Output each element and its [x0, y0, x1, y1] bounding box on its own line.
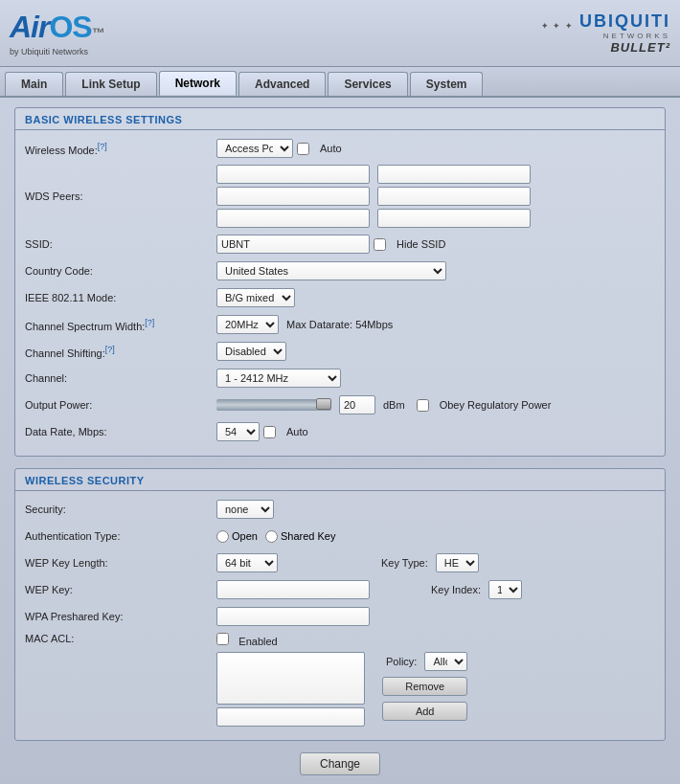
power-slider-thumb[interactable]	[316, 398, 331, 410]
data-rate-row: Data Rate, Mbps: 54 48 36 24 Auto	[25, 421, 655, 442]
key-type-label: Key Type:	[381, 557, 428, 569]
auth-shared-label: Shared Key	[281, 530, 335, 542]
auth-type-label: Authentication Type:	[25, 530, 216, 542]
ssid-label: SSID:	[25, 238, 216, 250]
wireless-mode-select[interactable]: Access Point WDS Access Point Station WD…	[216, 139, 293, 158]
tab-network[interactable]: Network	[159, 71, 237, 96]
ubiquiti-byline: by Ubiquiti Networks	[10, 47, 104, 56]
security-row: Security: none WEP WPA WPA2	[25, 499, 655, 520]
auth-open-label: Open	[232, 530, 258, 542]
wep-key-length-label: WEP Key Length:	[25, 557, 216, 569]
output-power-input[interactable]	[339, 395, 375, 414]
wpa-key-label: WPA Preshared Key:	[25, 611, 216, 622]
mac-acl-enabled-checkbox[interactable]	[216, 633, 229, 645]
power-slider-track[interactable]	[216, 399, 331, 411]
auto-rate-label: Auto	[286, 426, 308, 437]
key-index-select[interactable]: 1 2 3 4	[488, 580, 522, 599]
ssid-row: SSID: Hide SSID	[25, 234, 655, 255]
auth-shared-radio[interactable]	[265, 530, 278, 543]
wds-peer-6[interactable]	[377, 209, 531, 228]
channel-row: Channel: 1 - 2412 MHz 2 - 2417 MHz 6 - 2…	[25, 368, 655, 389]
dbm-label: dBm	[383, 399, 405, 411]
country-code-label: Country Code:	[25, 265, 216, 277]
mac-acl-enabled-label: Enabled	[238, 636, 277, 647]
auto-checkbox[interactable]	[297, 143, 309, 155]
wds-peer-5[interactable]	[377, 187, 531, 206]
remove-button[interactable]: Remove	[382, 677, 467, 696]
page-header: AirOS™ by Ubiquiti Networks ✦ ✦ ✦ UBiQUi…	[0, 0, 680, 67]
hide-ssid-label: Hide SSID	[397, 238, 445, 250]
obey-power-checkbox[interactable]	[417, 399, 429, 412]
auth-open-radio[interactable]	[216, 530, 229, 543]
wds-peer-4[interactable]	[377, 165, 531, 184]
tab-system[interactable]: System	[410, 72, 484, 96]
key-index-label: Key Index:	[431, 584, 481, 595]
basic-wireless-section: BASIC WIRELESS SETTINGS Wireless Mode:[?…	[14, 107, 666, 457]
data-rate-label: Data Rate, Mbps:	[25, 426, 216, 437]
country-code-row: Country Code: United States Canada Unite…	[25, 260, 655, 281]
logo-right: ✦ ✦ ✦ UBiQUiTi NETWORKS BULLET²	[541, 11, 670, 55]
data-rate-select[interactable]: 54 48 36 24	[216, 422, 260, 441]
max-datarate-label: Max Datarate: 54Mbps	[286, 319, 393, 330]
wpa-key-input[interactable]	[216, 607, 370, 626]
channel-shifting-row: Channel Shifting:[?] Disabled Enabled	[25, 341, 655, 362]
wireless-mode-row: Wireless Mode:[?] Access Point WDS Acces…	[25, 138, 655, 159]
country-select[interactable]: United States Canada United Kingdom	[216, 261, 446, 280]
wireless-mode-label: Wireless Mode:[?]	[25, 142, 216, 156]
auto-rate-checkbox[interactable]	[263, 426, 276, 438]
auth-type-row: Authentication Type: Open Shared Key	[25, 526, 655, 547]
mac-acl-row: MAC ACL: Enabled	[25, 633, 655, 727]
auth-options: Open Shared Key	[216, 530, 335, 543]
airos-logo: AirOS™	[10, 10, 104, 45]
key-type-select[interactable]: HEX ASCII	[436, 553, 479, 572]
security-select[interactable]: none WEP WPA WPA2	[216, 500, 274, 519]
tab-advanced[interactable]: Advanced	[238, 72, 326, 96]
wds-peers-row: WDS Peers:	[25, 165, 655, 228]
ieee-mode-row: IEEE 802.11 Mode: B/G mixed B only G onl…	[25, 287, 655, 308]
ubiquiti-logo: UBiQUiTi	[579, 11, 670, 32]
navigation-bar: Main Link Setup Network Advanced Service…	[0, 67, 680, 98]
main-content: BASIC WIRELESS SETTINGS Wireless Mode:[?…	[0, 98, 680, 784]
bullet-logo: BULLET²	[610, 40, 670, 55]
wep-key-length-select[interactable]: 64 bit 128 bit	[216, 553, 278, 572]
channel-shifting-label: Channel Shifting:[?]	[25, 345, 216, 359]
obey-power-label: Obey Regulatory Power	[440, 399, 552, 411]
tab-main[interactable]: Main	[5, 72, 63, 96]
wep-key-label: WEP Key:	[25, 584, 216, 595]
mac-acl-input[interactable]	[216, 707, 365, 727]
wds-peer-3[interactable]	[216, 209, 370, 228]
channel-select[interactable]: 1 - 2412 MHz 2 - 2417 MHz 6 - 2437 MHz 1…	[216, 369, 341, 388]
wds-peers-label: WDS Peers:	[25, 190, 216, 202]
wep-key-length-row: WEP Key Length: 64 bit 128 bit Key Type:…	[25, 552, 655, 573]
output-power-label: Output Power:	[25, 399, 216, 411]
channel-width-row: Channel Spectrum Width:[?] 20MHz 40MHz M…	[25, 314, 655, 335]
output-power-row: Output Power: dBm Obey Regulatory Power	[25, 394, 655, 415]
auto-label: Auto	[320, 143, 342, 154]
hide-ssid-checkbox[interactable]	[374, 238, 386, 251]
wpa-key-row: WPA Preshared Key:	[25, 606, 655, 627]
channel-shifting-select[interactable]: Disabled Enabled	[216, 342, 286, 361]
channel-width-label: Channel Spectrum Width:[?]	[25, 318, 216, 332]
logo-left: AirOS™ by Ubiquiti Networks	[10, 10, 104, 56]
wds-peer-2[interactable]	[216, 187, 370, 206]
channel-label: Channel:	[25, 372, 216, 384]
basic-wireless-title: BASIC WIRELESS SETTINGS	[15, 108, 665, 130]
wds-peer-1[interactable]	[216, 165, 370, 184]
tab-link-setup[interactable]: Link Setup	[65, 72, 156, 96]
channel-width-select[interactable]: 20MHz 40MHz	[216, 315, 279, 334]
add-button[interactable]: Add	[382, 702, 467, 721]
wep-key-input[interactable]	[216, 580, 370, 599]
security-label: Security:	[25, 504, 216, 515]
change-button[interactable]: Change	[300, 752, 380, 775]
wep-key-row: WEP Key: Key Index: 1 2 3 4	[25, 579, 655, 600]
ieee-mode-label: IEEE 802.11 Mode:	[25, 292, 216, 303]
policy-label: Policy:	[386, 656, 417, 667]
policy-select[interactable]: Allow Deny	[424, 652, 467, 671]
ssid-input[interactable]	[216, 235, 370, 254]
mac-acl-textarea[interactable]	[216, 652, 365, 705]
ieee-mode-select[interactable]: B/G mixed B only G only	[216, 288, 295, 307]
networks-label: NETWORKS	[579, 32, 670, 40]
wireless-security-section: WIRELESS SECURITY Security: none WEP WPA…	[14, 468, 666, 741]
wireless-security-title: WIRELESS SECURITY	[15, 469, 665, 491]
tab-services[interactable]: Services	[328, 72, 407, 96]
